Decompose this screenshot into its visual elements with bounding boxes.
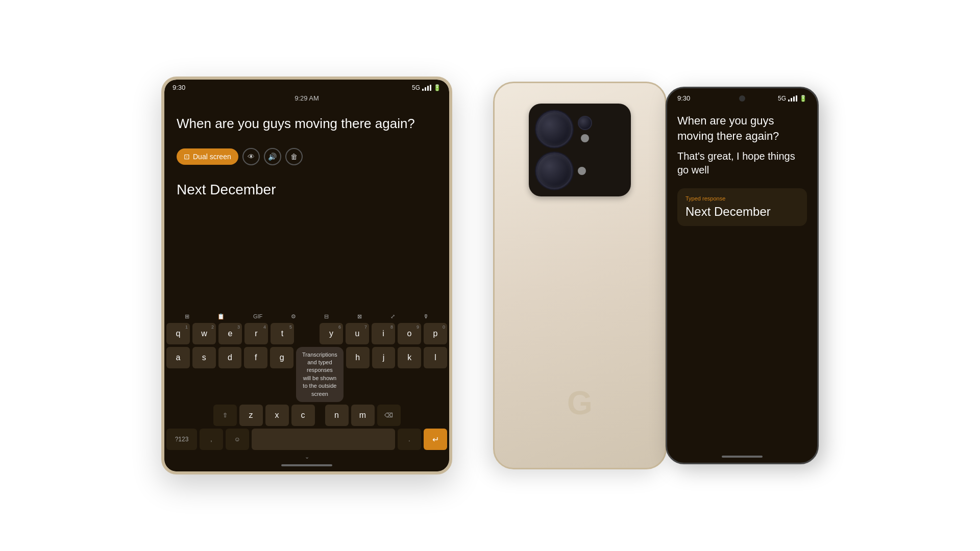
- fold-5g-label: 5G: [412, 84, 420, 91]
- camera-main-lens: [536, 111, 573, 147]
- kb-enter[interactable]: ↵: [424, 429, 447, 450]
- front-status-right: 5G 🔋: [778, 95, 807, 102]
- delete-button[interactable]: 🗑: [285, 148, 303, 165]
- fold-phone: 9:30 5G 🔋 9:29 AM When are you guys movi…: [161, 77, 452, 474]
- kb-shift[interactable]: ⇧: [213, 405, 237, 426]
- fold-response-text: Next December: [177, 181, 437, 199]
- kb-gif[interactable]: GIF: [253, 313, 262, 319]
- kb-emoji[interactable]: ☺: [226, 429, 249, 450]
- kb-period[interactable]: .: [398, 429, 421, 450]
- google-logo: G: [567, 384, 593, 422]
- dual-screen-icon: ⊡: [184, 153, 190, 161]
- speaker-button[interactable]: 🔊: [264, 148, 281, 165]
- kb-d[interactable]: d: [218, 347, 242, 368]
- kb-l[interactable]: l: [424, 347, 447, 368]
- fold-center-time: 9:29 AM: [164, 93, 449, 105]
- kb-space[interactable]: [252, 429, 395, 450]
- dual-screen-button[interactable]: ⊡ Dual screen: [177, 148, 238, 165]
- kb-icon-expand[interactable]: ⊠: [357, 313, 362, 320]
- kb-f[interactable]: f: [244, 347, 267, 368]
- kb-icon-settings[interactable]: ⚙: [291, 313, 296, 320]
- camera-tele-lens: [578, 116, 592, 130]
- right-phones: G 9:30 5G 🔋 When are you: [493, 82, 819, 469]
- kb-y[interactable]: y6: [320, 323, 343, 344]
- kb-row-4: ?123 , ☺ . ↵: [166, 429, 447, 450]
- kb-n[interactable]: n: [325, 405, 349, 426]
- typed-response-box: Typed response Next December: [677, 188, 807, 226]
- kb-row-2: a s d f g Transcriptions and typed respo…: [166, 347, 447, 402]
- front-status-time: 9:30: [677, 94, 690, 102]
- dual-screen-label: Dual screen: [193, 153, 231, 161]
- kb-m[interactable]: m: [351, 405, 375, 426]
- camera-module: [529, 104, 631, 196]
- kb-c[interactable]: c: [291, 405, 315, 426]
- front-signal-icon: [788, 95, 797, 102]
- camera-flash: [578, 167, 586, 175]
- kb-i[interactable]: i8: [372, 323, 395, 344]
- pixel-front-phone: 9:30 5G 🔋 When are you guys moving there…: [666, 87, 819, 464]
- kb-a[interactable]: a: [166, 347, 190, 368]
- kb-u[interactable]: u7: [346, 323, 369, 344]
- front-camera-notch: [739, 95, 745, 102]
- front-home-bar: [722, 456, 763, 458]
- camera-row-2: [536, 153, 624, 189]
- fold-status-bar: 9:30 5G 🔋: [164, 80, 449, 93]
- scene: 9:30 5G 🔋 9:29 AM When are you guys movi…: [0, 0, 980, 551]
- kb-icon-grid[interactable]: ⊞: [185, 313, 189, 320]
- fold-content: When are you guys moving there again? ⊡ …: [164, 105, 449, 308]
- kb-icon-mic[interactable]: 🎙: [423, 313, 429, 319]
- kb-x[interactable]: x: [265, 405, 289, 426]
- pixel-back-phone: G: [493, 82, 667, 469]
- fold-home-bar: [281, 464, 332, 466]
- front-battery-icon: 🔋: [799, 95, 807, 102]
- fold-keyboard: ⊞ 📋 GIF ⚙ ⊟ ⊠ ⤢ 🎙 q1 w2 e3 r4 t5: [164, 308, 449, 471]
- kb-o[interactable]: o9: [398, 323, 421, 344]
- fold-question-text: When are you guys moving there again?: [177, 115, 437, 133]
- fold-battery-icon: 🔋: [433, 84, 441, 91]
- camera-sensor: [581, 134, 589, 142]
- fold-screen: 9:30 5G 🔋 9:29 AM When are you guys movi…: [164, 80, 449, 471]
- kb-s[interactable]: s: [192, 347, 216, 368]
- front-5g-label: 5G: [778, 95, 786, 102]
- kb-row-3: ⇧ z x c n m ⌫: [166, 405, 447, 426]
- typed-text: Next December: [685, 205, 799, 219]
- kb-icon-clip[interactable]: 📋: [217, 313, 225, 320]
- kb-z[interactable]: z: [239, 405, 263, 426]
- kb-t[interactable]: t5: [271, 323, 294, 344]
- kb-p[interactable]: p0: [424, 323, 447, 344]
- kb-g[interactable]: g: [270, 347, 293, 368]
- camera-row-1: [536, 111, 624, 147]
- kb-j[interactable]: j: [372, 347, 396, 368]
- fold-status-time: 9:30: [173, 84, 185, 91]
- kb-icon-layout[interactable]: ⊟: [324, 313, 329, 320]
- kb-backspace[interactable]: ⌫: [377, 405, 401, 426]
- kb-toolbar: ⊞ 📋 GIF ⚙ ⊟ ⊠ ⤢ 🎙: [166, 311, 447, 323]
- kb-q[interactable]: q1: [166, 323, 190, 344]
- fold-pill-toolbar: ⊡ Dual screen 👁 🔊 🗑: [177, 148, 437, 165]
- kb-k[interactable]: k: [398, 347, 421, 368]
- kb-e[interactable]: e3: [218, 323, 242, 344]
- front-question-text: When are you guys moving there again?: [677, 113, 807, 143]
- fold-status-right: 5G 🔋: [412, 84, 441, 91]
- kb-numbers[interactable]: ?123: [166, 429, 197, 450]
- kb-r[interactable]: r4: [244, 323, 268, 344]
- kb-row-1: q1 w2 e3 r4 t5 y6 u7 i8 o9 p0: [166, 323, 447, 344]
- kb-w[interactable]: w2: [192, 323, 216, 344]
- front-content: When are you guys moving there again? Th…: [667, 105, 817, 452]
- kb-comma[interactable]: ,: [200, 429, 223, 450]
- kb-icon-resize[interactable]: ⤢: [390, 313, 395, 320]
- fold-signal-icon: [422, 85, 431, 91]
- kb-tooltip: Transcriptions and typed responses will …: [296, 347, 344, 402]
- fold-chevron-down: ⌄: [305, 454, 309, 460]
- front-response-text: That's great, I hope things go well: [677, 149, 807, 177]
- eye-button[interactable]: 👁: [242, 148, 260, 165]
- kb-h[interactable]: h: [346, 347, 370, 368]
- typed-label: Typed response: [685, 195, 799, 202]
- camera-ultra-lens: [536, 153, 573, 189]
